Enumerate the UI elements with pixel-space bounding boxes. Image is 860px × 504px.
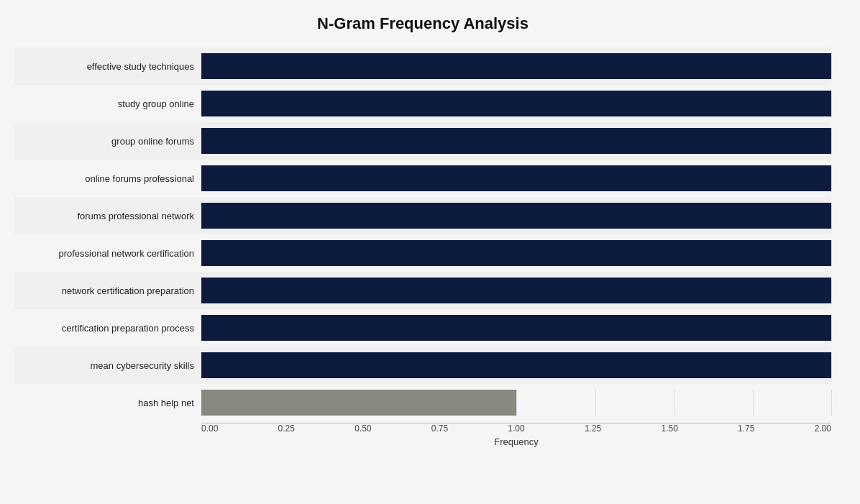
grid-line bbox=[516, 390, 517, 416]
bar-label: study group online bbox=[14, 98, 201, 109]
x-tick: 1.00 bbox=[508, 423, 524, 434]
bar-row: certification preparation process bbox=[14, 309, 831, 347]
grid-line bbox=[674, 390, 674, 416]
x-tick: 1.50 bbox=[661, 423, 677, 434]
grid-line bbox=[831, 128, 832, 154]
bar-row: online forums professional bbox=[14, 160, 831, 197]
bar-label: mean cybersecurity skills bbox=[14, 360, 201, 371]
bar-fill bbox=[201, 390, 516, 416]
bar-fill bbox=[201, 278, 831, 303]
bar-row: hash help net bbox=[14, 384, 831, 421]
chart-title: N-Gram Frequency Analysis bbox=[14, 14, 831, 33]
bar-fill bbox=[201, 165, 831, 191]
chart-inner: effective study techniquesstudy group on… bbox=[14, 47, 831, 447]
x-tick: 0.75 bbox=[431, 423, 448, 434]
grid-line bbox=[595, 390, 596, 416]
grid-line bbox=[831, 91, 832, 116]
bar-row: professional network certification bbox=[14, 234, 831, 272]
bar-track bbox=[201, 352, 831, 378]
grid-line bbox=[831, 240, 832, 266]
x-tick: 1.75 bbox=[738, 423, 754, 434]
bar-track bbox=[201, 128, 831, 154]
bar-row: network certification preparation bbox=[14, 272, 831, 309]
chart-container: N-Gram Frequency Analysis effective stud… bbox=[0, 0, 860, 504]
bar-label: forums professional network bbox=[14, 211, 201, 221]
bar-track bbox=[201, 240, 831, 266]
bar-label: certification preparation process bbox=[14, 323, 201, 334]
grid-line bbox=[831, 315, 832, 341]
bar-fill bbox=[201, 91, 831, 116]
x-axis-label: Frequency bbox=[201, 436, 831, 447]
bar-row: effective study techniques bbox=[14, 47, 831, 85]
bar-track bbox=[201, 91, 831, 116]
bar-track bbox=[201, 278, 831, 303]
bar-row: mean cybersecurity skills bbox=[14, 347, 831, 384]
x-ticks: 0.000.250.500.751.001.251.501.752.00 bbox=[201, 423, 831, 434]
bar-row: forums professional network bbox=[14, 197, 831, 234]
x-tick: 2.00 bbox=[815, 423, 831, 434]
bar-fill bbox=[201, 203, 831, 229]
x-axis-line bbox=[201, 423, 831, 423]
x-tick: 1.25 bbox=[585, 423, 601, 434]
grid-line bbox=[831, 203, 832, 229]
bar-label: group online forums bbox=[14, 136, 201, 147]
bar-fill bbox=[201, 128, 831, 154]
grid-line bbox=[831, 165, 832, 191]
bar-track bbox=[201, 390, 831, 416]
x-tick: 0.25 bbox=[278, 423, 295, 434]
bar-row: group online forums bbox=[14, 122, 831, 160]
bar-fill bbox=[201, 240, 831, 266]
bar-label: network certification preparation bbox=[14, 285, 201, 296]
bar-track bbox=[201, 165, 831, 191]
bar-label: hash help net bbox=[14, 398, 201, 408]
x-tick: 0.50 bbox=[354, 423, 371, 434]
bar-label: effective study techniques bbox=[14, 61, 201, 72]
grid-line bbox=[831, 278, 832, 303]
x-tick: 0.00 bbox=[201, 423, 218, 434]
bar-fill bbox=[201, 315, 831, 341]
grid-line bbox=[831, 390, 832, 416]
bar-row: study group online bbox=[14, 85, 831, 122]
grid-line bbox=[753, 390, 754, 416]
bar-fill bbox=[201, 352, 831, 378]
bar-label: professional network certification bbox=[14, 248, 201, 259]
grid-line bbox=[831, 352, 832, 378]
bar-track bbox=[201, 203, 831, 229]
bar-label: online forums professional bbox=[14, 173, 201, 184]
bar-track bbox=[201, 315, 831, 341]
grid-line bbox=[831, 53, 832, 79]
chart-area: effective study techniquesstudy group on… bbox=[14, 47, 831, 421]
bar-track bbox=[201, 53, 831, 79]
bar-fill bbox=[201, 53, 831, 79]
